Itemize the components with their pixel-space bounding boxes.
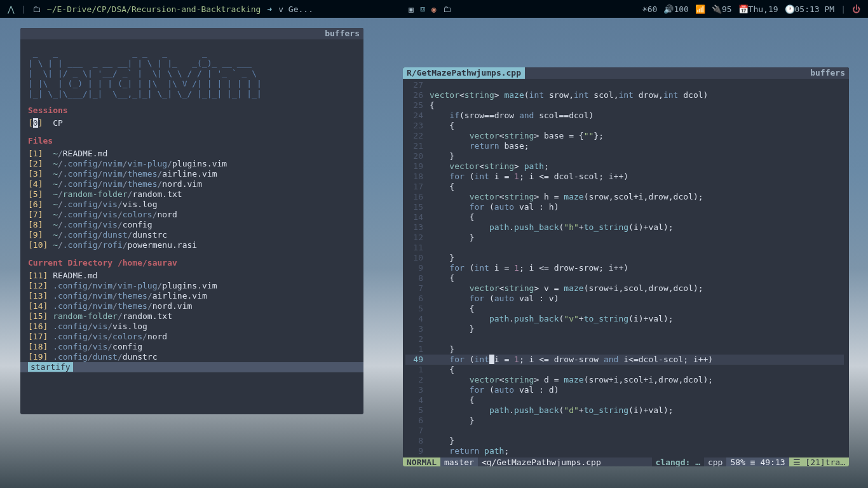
sessions-heading: Sessions — [28, 103, 356, 118]
status-line-left: startify — [20, 362, 363, 372]
file-entry[interactable]: [16] .config/vis/vis.log — [28, 322, 356, 332]
file-segment: <g/GetMazePathwjumps.cpp — [478, 458, 652, 466]
file-entry[interactable]: [8] ~/.config/vis/config — [28, 220, 356, 230]
code-line[interactable]: 21 return base; — [405, 141, 844, 151]
clock-indicator[interactable]: 🕐05:13 PM — [785, 4, 835, 14]
tab-line: buffers — [20, 28, 363, 39]
power-icon[interactable]: ⏻ — [852, 4, 860, 14]
status-line: NORMAL master <g/GetMazePathwjumps.cpp c… — [403, 458, 849, 466]
code-line[interactable]: 27 — [405, 80, 844, 90]
file-entry[interactable]: [1] ~/README.md — [28, 149, 356, 159]
brightness-icon: ☀ — [642, 4, 648, 14]
mode-segment: NORMAL — [403, 458, 440, 466]
folder-icon: 🗀 — [32, 4, 41, 14]
plug-icon: 🔌 — [712, 4, 722, 14]
cwd-path: ~/E-Drive/CP/DSA/Recursion-and-Backtrack… — [47, 4, 261, 14]
battery-indicator[interactable]: 🔌95 — [712, 4, 732, 14]
calendar-icon: 📅 — [738, 4, 749, 14]
code-line[interactable]: 4 path.push_back("v"+to_string(i)+val); — [405, 314, 844, 324]
buffers-tab[interactable]: buffers — [321, 28, 363, 39]
arrow-icon: ➜ — [267, 4, 272, 14]
file-entry[interactable]: [17] .config/vis/colors/nord — [28, 332, 356, 342]
file-entry[interactable]: [7] ~/.config/vis/colors/nord — [28, 210, 356, 220]
code-line[interactable]: 24 if(srow==drow and scol==dcol) — [405, 111, 844, 121]
files-heading: Files — [28, 133, 356, 149]
code-line[interactable]: 4 { — [405, 395, 844, 405]
code-line[interactable]: 15 for (auto val : h) — [405, 202, 844, 212]
active-tab[interactable]: R/GetMazePathwjumps.cpp — [403, 67, 525, 79]
filetype-segment: cpp — [704, 458, 726, 466]
file-entry[interactable]: [5] ~/random-folder/random.txt — [28, 189, 356, 200]
file-entry[interactable]: [15] random-folder/random.txt — [28, 311, 356, 322]
startify-pane: buffers _ _ _ _ _ _ | \ | | ___ _ __ __|… — [20, 28, 363, 414]
tray-files-icon[interactable]: 🗀 — [443, 4, 451, 14]
file-entry[interactable]: [3] ~/.config/nvim/themes/airline.vim — [28, 169, 356, 179]
brightness-indicator[interactable]: ☀60 — [642, 4, 657, 14]
tray-vscode-icon[interactable]: ⧈ — [420, 4, 425, 14]
file-entry[interactable]: [14] .config/nvim/themes/nord.vim — [28, 301, 356, 311]
code-line[interactable]: 18 for (int i = 1; i <= dcol-scol; i++) — [405, 172, 844, 182]
buffers-tab[interactable]: buffers — [806, 67, 849, 79]
code-line[interactable]: 23 { — [405, 121, 844, 131]
code-line[interactable]: 10 } — [405, 253, 844, 263]
separator: | — [841, 4, 846, 14]
code-line[interactable]: 9 for (int i = 1; i <= drow-srow; i++) — [405, 263, 844, 273]
tray-firefox-icon[interactable]: ◉ — [431, 4, 437, 14]
code-line[interactable]: 6 } — [405, 416, 844, 426]
code-line[interactable]: 25{ — [405, 100, 844, 111]
code-line[interactable]: 7 vector<string> v = maze(srow+i,scol,dr… — [405, 283, 844, 294]
code-line[interactable]: 12 } — [405, 233, 844, 243]
code-area[interactable]: 2726vector<string> maze(int srow,int sco… — [403, 79, 849, 458]
top-bar: ⋀ | 🗀 ~/E-Drive/CP/DSA/Recursion-and-Bac… — [0, 0, 868, 18]
code-line[interactable]: 5 path.push_back("d"+to_string(i)+val); — [405, 405, 844, 416]
curdir-heading: Current Directory /home/saurav — [28, 255, 356, 271]
code-line[interactable]: 19 vector<string> path; — [405, 161, 844, 172]
tray-terminal-icon[interactable]: ▣ — [409, 4, 414, 14]
file-entry[interactable]: [18] .config/vis/config — [28, 342, 356, 352]
code-line[interactable]: 16 vector<string> h = maze(srow,scol+i,d… — [405, 192, 844, 202]
clock-icon: 🕐 — [785, 4, 795, 14]
volume-indicator[interactable]: 🔊100 — [663, 4, 688, 14]
file-entry[interactable]: [12] .config/nvim/vim-plug/plugins.vim — [28, 281, 356, 291]
code-line[interactable]: 1 } — [405, 344, 844, 355]
volume-icon: 🔊 — [663, 4, 674, 14]
code-line[interactable]: 3 } — [405, 324, 844, 334]
file-entry[interactable]: [4] ~/.config/nvim/themes/nord.vim — [28, 179, 356, 189]
code-line[interactable]: 49 for (int i = 1; i <= drow-srow and i<… — [405, 355, 844, 365]
code-line[interactable]: 9 return path; — [405, 446, 844, 456]
session-entry[interactable]: [0] CP — [28, 118, 356, 128]
file-entry[interactable]: [11] README.md — [28, 271, 356, 281]
position-segment: 58% ≡ 49:13 — [726, 458, 789, 466]
file-entry[interactable]: [6] ~/.config/vis/vis.log — [28, 200, 356, 210]
code-line[interactable]: 11 — [405, 243, 844, 253]
code-line[interactable]: 8 } — [405, 436, 844, 446]
arch-logo-icon: ⋀ — [8, 4, 15, 14]
code-line[interactable]: 7 — [405, 426, 844, 436]
code-line[interactable]: 1 { — [405, 365, 844, 375]
tab-line: R/GetMazePathwjumps.cpp buffers — [403, 67, 849, 79]
code-line[interactable]: 8 { — [405, 273, 844, 283]
code-line[interactable]: 3 for (auto val : d) — [405, 385, 844, 395]
code-line[interactable]: 2 vector<string> d = maze(srow+i,scol+i,… — [405, 375, 844, 385]
date-indicator[interactable]: 📅Thu,19 — [738, 4, 778, 14]
editor-pane: R/GetMazePathwjumps.cpp buffers 2726vect… — [403, 67, 849, 466]
file-entry[interactable]: [10] ~/.config/rofi/powermenu.rasi — [28, 240, 356, 250]
file-entry[interactable]: [13] .config/nvim/themes/airline.vim — [28, 291, 356, 301]
wifi-icon[interactable]: 📶 — [695, 4, 705, 14]
file-entry[interactable]: [9] ~/.config/dunst/dunstrc — [28, 230, 356, 240]
file-entry[interactable]: [2] ~/.config/nvim/vim-plug/plugins.vim — [28, 159, 356, 169]
code-line[interactable]: 20 } — [405, 151, 844, 161]
code-line[interactable]: 2 — [405, 334, 844, 344]
code-line[interactable]: 26vector<string> maze(int srow,int scol,… — [405, 90, 844, 100]
git-segment: master — [440, 458, 478, 466]
code-line[interactable]: 6 for (auto val : v) — [405, 294, 844, 304]
code-line[interactable]: 13 path.push_back("h"+to_string(i)+val); — [405, 222, 844, 233]
trailing-segment: ☰ [21]tra… — [789, 458, 849, 466]
code-line[interactable]: 14 { — [405, 212, 844, 222]
separator: | — [21, 4, 26, 14]
code-line[interactable]: 5 { — [405, 304, 844, 314]
file-entry[interactable]: [19] .config/dunst/dunstrc — [28, 352, 356, 362]
clangd-segment: clangd: … — [652, 458, 704, 466]
code-line[interactable]: 22 vector<string> base = {""}; — [405, 131, 844, 141]
code-line[interactable]: 17 { — [405, 182, 844, 192]
